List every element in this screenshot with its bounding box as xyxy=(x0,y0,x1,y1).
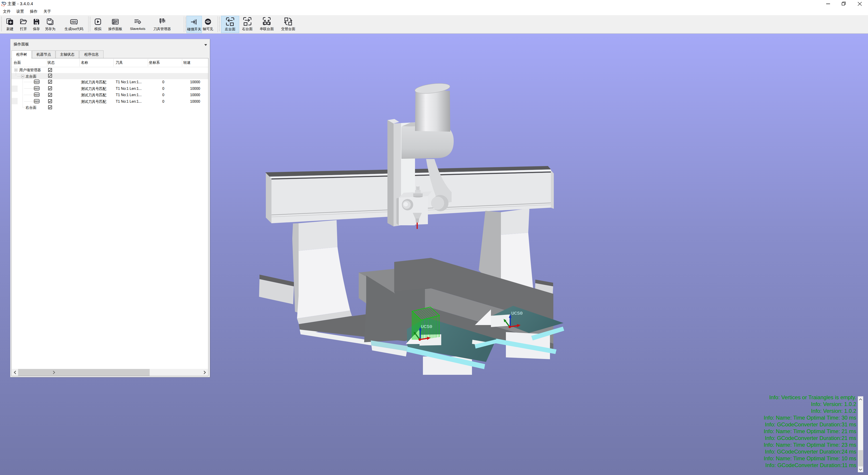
svg-text:UCS0: UCS0 xyxy=(511,311,523,316)
svg-text:UCS0: UCS0 xyxy=(421,324,432,329)
